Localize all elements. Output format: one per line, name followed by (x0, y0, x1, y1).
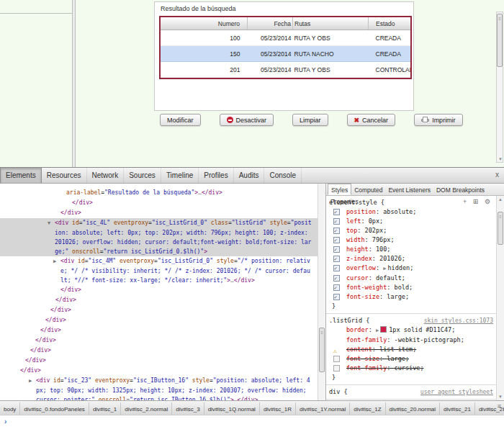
column-header-estado[interactable]: Estado (369, 17, 411, 30)
dom-tree-line[interactable]: </div> (0, 295, 325, 305)
css-property[interactable]: overflow: ▶hidden; (329, 264, 493, 274)
style-rule-selector[interactable]: skin styles.css:1073.listGrid { (329, 316, 493, 325)
dom-tree-line[interactable]: ▶<div id="isc_4M" eventproxy="isc_ListGr… (0, 256, 325, 285)
expand-icon[interactable]: ▶ (53, 257, 60, 266)
sidebar-scrollbar-thumb[interactable] (498, 212, 503, 245)
dom-tree-line[interactable]: </div> (0, 208, 325, 218)
breadcrumb-overflow-icon[interactable]: ≡ (498, 402, 501, 410)
sidebar-tab-event-listeners[interactable]: Event Listeners (385, 184, 433, 196)
dom-tree-line[interactable]: </div> (0, 346, 325, 356)
checkbox-checked-icon[interactable] (333, 218, 340, 225)
sidebar-tab-styles[interactable]: Styles (328, 184, 351, 195)
breadcrumb-item[interactable]: div#isc_1 (89, 402, 121, 415)
expand-icon[interactable]: ▶ (29, 377, 36, 386)
scroll-down-arrow-icon[interactable]: ▼ (498, 157, 503, 161)
indent-spacer (23, 346, 30, 356)
checkbox-checked-icon[interactable] (333, 246, 340, 253)
dom-tree-scrollbar-thumb[interactable] (319, 328, 325, 372)
dom-tree-line[interactable]: </div> (0, 325, 325, 336)
breadcrumb-item[interactable]: div#isc_21 (440, 402, 475, 415)
css-property[interactable]: font-size: large; (329, 354, 493, 364)
panel-divider-vertical[interactable] (72, 0, 76, 167)
devtools-tab-network[interactable]: Network (87, 168, 125, 183)
devtools-tab-profiles[interactable]: Profiles (199, 168, 233, 183)
devtools-tab-console[interactable]: Console (264, 168, 302, 183)
css-property[interactable]: width: 796px; (329, 235, 493, 245)
collapse-icon[interactable]: ▼ (48, 219, 55, 228)
limpiar-button[interactable]: Limpiar (292, 114, 328, 126)
devtools-tab-resources[interactable]: Resources (42, 168, 87, 183)
breadcrumb-item[interactable]: div#isc_20.normal (386, 402, 440, 415)
breadcrumb-item[interactable]: body (0, 402, 20, 415)
stylesheet-link[interactable]: user agent stylesheet (420, 387, 493, 397)
cancelar-button[interactable]: Cancelar (347, 114, 396, 126)
checkbox-checked-icon[interactable] (333, 275, 340, 282)
table-row[interactable]: 20105/23/2014RUTA Y OBSCONTROLADA (161, 62, 410, 78)
dom-tree-line[interactable]: ▶<div id="isc_23" eventproxy="isc_IButto… (0, 376, 325, 400)
checkbox-checked-icon[interactable] (333, 265, 340, 271)
dom-tree-line[interactable]: </div> (0, 315, 325, 325)
css-property[interactable]: position: absolute; (329, 207, 493, 217)
checkbox-unchecked-icon[interactable] (333, 365, 340, 372)
css-property[interactable]: left: 0px; (329, 217, 493, 226)
dom-tree-line[interactable]: </div> (0, 305, 325, 315)
css-property[interactable]: font-family: -webkit-pictograph; (329, 336, 493, 345)
css-property[interactable]: top: 202px; (329, 226, 493, 235)
css-property[interactable]: font-weight: bold; (329, 283, 493, 292)
console-prompt-icon[interactable]: › (4, 418, 6, 426)
css-property[interactable]: cursor: default; (329, 274, 493, 283)
dom-tree-line[interactable]: ▼<div id="isc_4L" eventproxy="isc_ListGr… (0, 218, 325, 256)
breadcrumb-item[interactable]: div#isc_2.normal (121, 402, 172, 415)
sidebar-tab-computed[interactable]: Computed (351, 184, 385, 196)
dom-tree-line[interactable]: </div> (0, 336, 325, 346)
desactivar-button[interactable]: Desactivar (220, 114, 274, 126)
table-row[interactable]: 15005/23/2014RUTA NACHOCREADA (161, 46, 410, 62)
page-scrollbar-thumb[interactable] (497, 14, 503, 67)
sidebar-scrollbar[interactable]: ▲ ▼ (496, 196, 504, 400)
column-header-fecha[interactable]: Fecha (248, 17, 293, 30)
checkbox-checked-icon[interactable] (333, 228, 340, 234)
dom-tree-line[interactable]: </div> (0, 366, 325, 376)
style-rule-selector[interactable]: user agent stylesheetdiv { (329, 387, 493, 397)
breadcrumb-item[interactable]: div#isc_1R (260, 402, 296, 415)
css-property[interactable]: ⚠content: list-item; (329, 345, 493, 354)
scroll-up-arrow-icon[interactable]: ▲ (498, 197, 503, 202)
devtools-close-icon[interactable]: x (495, 171, 499, 179)
dom-tree-line[interactable]: </div> (0, 198, 325, 208)
breadcrumb-item[interactable]: div#isc_3 (172, 402, 204, 415)
checkbox-checked-icon[interactable] (333, 284, 340, 291)
checkbox-checked-icon[interactable] (333, 256, 340, 262)
breadcrumb-item[interactable]: div#isc_1Z (350, 402, 385, 415)
dom-tree-line[interactable]: </div> (0, 356, 325, 366)
css-property[interactable]: border: ▶1px solid #D11C47; (329, 325, 493, 336)
modificar-button[interactable]: Modificar (160, 114, 201, 126)
css-property[interactable]: height: 100; (329, 245, 493, 254)
breadcrumb-item[interactable]: div#isc_0.fondoPaneles (20, 402, 89, 415)
printer-icon (421, 117, 429, 123)
checkbox-checked-icon[interactable] (333, 209, 340, 215)
dom-tree-scrollbar[interactable] (318, 184, 325, 400)
column-header-numero[interactable]: Numero (161, 17, 248, 30)
sidebar-tab-dom-breakpoints[interactable]: DOM Breakpoints (433, 184, 487, 196)
style-rule-selector[interactable]: element.style { (329, 198, 493, 207)
checkbox-unchecked-icon[interactable] (333, 356, 340, 362)
devtools-tab-audits[interactable]: Audits (234, 168, 265, 183)
dom-tree-line[interactable]: </div> (0, 285, 325, 295)
scroll-down-arrow-icon[interactable]: ▼ (498, 395, 503, 399)
devtools-tab-sources[interactable]: Sources (124, 168, 161, 183)
css-property[interactable]: font-family: cursive; (329, 364, 493, 373)
page-scrollbar[interactable] (496, 12, 503, 163)
dom-tree-line[interactable]: aria-label="Resultado de la búsqueda">…<… (0, 188, 325, 198)
breadcrumb-item[interactable]: div#isc_1Q.normal (204, 402, 260, 415)
checkbox-checked-icon[interactable] (333, 237, 340, 243)
table-row[interactable]: 10005/23/2014RUTA Y OBSCREADA (161, 30, 410, 46)
imprimir-button[interactable]: Imprimir (414, 114, 463, 126)
column-header-rutas[interactable]: Rutas (293, 17, 369, 30)
css-property[interactable]: z-index: 201026; (329, 254, 493, 264)
checkbox-checked-icon[interactable] (333, 294, 340, 300)
stylesheet-link[interactable]: skin styles.css:1073 (424, 316, 493, 325)
devtools-tab-elements[interactable]: Elements (0, 168, 42, 183)
css-property[interactable]: font-size: large; (329, 292, 493, 302)
devtools-tab-timeline[interactable]: Timeline (161, 168, 199, 183)
breadcrumb-item[interactable]: div#isc_1Y.normal (296, 402, 350, 415)
